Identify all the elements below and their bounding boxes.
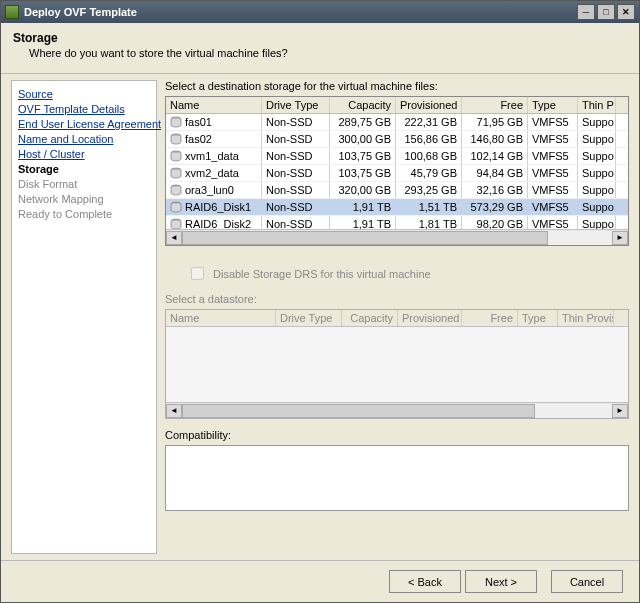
datastore-icon [170, 116, 182, 128]
row-provisioned: 100,68 GB [396, 148, 462, 164]
row-provisioned: 1,81 TB [396, 216, 462, 229]
scroll-thumb[interactable] [182, 231, 548, 245]
ds-col-capacity: Capacity [342, 310, 398, 326]
storage-table: Name Drive Type Capacity Provisioned Fre… [165, 96, 629, 246]
storage-row[interactable]: RAID6_Disk1Non-SSD1,91 TB1,51 TB573,29 G… [166, 199, 628, 216]
ds-h-scrollbar[interactable]: ◄ ► [166, 402, 628, 418]
storage-table-header: Name Drive Type Capacity Provisioned Fre… [166, 97, 628, 114]
datastore-icon [170, 201, 182, 213]
row-type: VMFS5 [528, 131, 578, 147]
nav-step-4[interactable]: Host / Cluster [18, 147, 150, 162]
scroll-left-button[interactable]: ◄ [166, 231, 182, 245]
ds-scroll-right-button[interactable]: ► [612, 404, 628, 418]
row-provisioned: 156,86 GB [396, 131, 462, 147]
cancel-button[interactable]: Cancel [551, 570, 623, 593]
col-provisioned[interactable]: Provisioned [396, 97, 462, 113]
datastore-icon [170, 167, 182, 179]
storage-row[interactable]: fas01Non-SSD289,75 GB222,31 GB71,95 GBVM… [166, 114, 628, 131]
row-capacity: 300,00 GB [330, 131, 396, 147]
row-thin: Suppo [578, 131, 616, 147]
ds-col-free: Free [462, 310, 518, 326]
ds-scroll-thumb[interactable] [182, 404, 535, 418]
scroll-right-button[interactable]: ► [612, 231, 628, 245]
row-free: 32,16 GB [462, 182, 528, 198]
h-scrollbar[interactable]: ◄ ► [166, 229, 628, 245]
row-name: xvm2_data [185, 167, 239, 179]
wizard-header: Storage Where do you want to store the v… [1, 23, 639, 74]
row-free: 573,29 GB [462, 199, 528, 215]
row-free: 146,80 GB [462, 131, 528, 147]
ds-col-type: Type [518, 310, 558, 326]
row-drive-type: Non-SSD [262, 182, 330, 198]
row-name: fas02 [185, 133, 212, 145]
row-drive-type: Non-SSD [262, 165, 330, 181]
storage-row[interactable]: xvm2_dataNon-SSD103,75 GB45,79 GB94,84 G… [166, 165, 628, 182]
storage-row[interactable]: xvm1_dataNon-SSD103,75 GB100,68 GB102,14… [166, 148, 628, 165]
wizard-footer: < Back Next > Cancel [1, 560, 639, 602]
wizard-nav: SourceOVF Template DetailsEnd User Licen… [11, 80, 157, 554]
row-capacity: 1,91 TB [330, 216, 396, 229]
back-button[interactable]: < Back [389, 570, 461, 593]
row-drive-type: Non-SSD [262, 199, 330, 215]
nav-step-1[interactable]: OVF Template Details [18, 102, 150, 117]
row-capacity: 289,75 GB [330, 114, 396, 130]
ds-scroll-track[interactable] [182, 404, 612, 418]
row-free: 98,20 GB [462, 216, 528, 229]
close-button[interactable]: ✕ [617, 4, 635, 20]
minimize-button[interactable]: ─ [577, 4, 595, 20]
storage-select-label: Select a destination storage for the vir… [165, 80, 629, 92]
ds-scroll-left-button[interactable]: ◄ [166, 404, 182, 418]
col-capacity[interactable]: Capacity [330, 97, 396, 113]
row-thin: Suppo [578, 148, 616, 164]
row-type: VMFS5 [528, 216, 578, 229]
row-thin: Suppo [578, 216, 616, 229]
datastore-icon [170, 218, 182, 229]
row-type: VMFS5 [528, 199, 578, 215]
row-name: RAID6_Disk2 [185, 218, 251, 229]
row-provisioned: 1,51 TB [396, 199, 462, 215]
scroll-track[interactable] [182, 231, 612, 245]
row-name: fas01 [185, 116, 212, 128]
col-drive-type[interactable]: Drive Type [262, 97, 330, 113]
datastore-table-header: Name Drive Type Capacity Provisioned Fre… [166, 310, 628, 327]
datastore-icon [170, 133, 182, 145]
row-provisioned: 222,31 GB [396, 114, 462, 130]
next-button[interactable]: Next > [465, 570, 537, 593]
datastore-icon [170, 184, 182, 196]
compatibility-box [165, 445, 629, 511]
row-drive-type: Non-SSD [262, 216, 330, 229]
disable-drs-label: Disable Storage DRS for this virtual mac… [213, 268, 431, 280]
row-name: ora3_lun0 [185, 184, 234, 196]
storage-row[interactable]: fas02Non-SSD300,00 GB156,86 GB146,80 GBV… [166, 131, 628, 148]
row-thin: Suppo [578, 199, 616, 215]
row-capacity: 103,75 GB [330, 165, 396, 181]
row-type: VMFS5 [528, 182, 578, 198]
titlebar: Deploy OVF Template ─ □ ✕ [1, 1, 639, 23]
storage-row[interactable]: RAID6_Disk2Non-SSD1,91 TB1,81 TB98,20 GB… [166, 216, 628, 229]
row-drive-type: Non-SSD [262, 114, 330, 130]
ds-col-drive-type: Drive Type [276, 310, 342, 326]
main-panel: Select a destination storage for the vir… [165, 80, 629, 554]
step-title: Storage [13, 31, 627, 45]
nav-step-0[interactable]: Source [18, 87, 150, 102]
storage-row[interactable]: ora3_lun0Non-SSD320,00 GB293,25 GB32,16 … [166, 182, 628, 199]
datastore-select-label: Select a datastore: [165, 293, 629, 305]
row-type: VMFS5 [528, 148, 578, 164]
nav-step-7: Network Mapping [18, 192, 150, 207]
ds-col-thin: Thin Provis [558, 310, 614, 326]
col-free[interactable]: Free [462, 97, 528, 113]
ds-col-name: Name [166, 310, 276, 326]
datastore-icon [170, 150, 182, 162]
row-capacity: 103,75 GB [330, 148, 396, 164]
row-free: 94,84 GB [462, 165, 528, 181]
nav-step-3[interactable]: Name and Location [18, 132, 150, 147]
datastore-table: Name Drive Type Capacity Provisioned Fre… [165, 309, 629, 419]
maximize-button[interactable]: □ [597, 4, 615, 20]
col-type[interactable]: Type [528, 97, 578, 113]
row-free: 102,14 GB [462, 148, 528, 164]
col-name[interactable]: Name [166, 97, 262, 113]
col-thin[interactable]: Thin P [578, 97, 616, 113]
nav-step-2[interactable]: End User License Agreement [18, 117, 150, 132]
row-provisioned: 45,79 GB [396, 165, 462, 181]
window-title: Deploy OVF Template [24, 6, 577, 18]
